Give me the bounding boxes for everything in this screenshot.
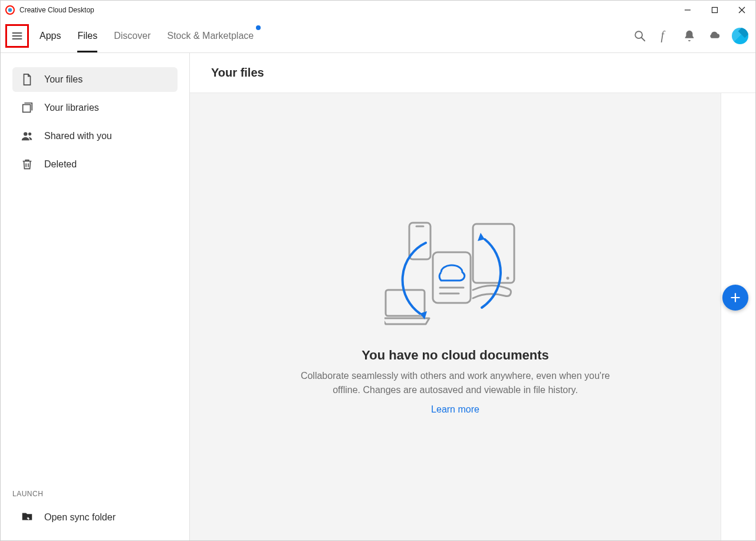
empty-illustration (384, 219, 526, 337)
tab-discover[interactable]: Discover (106, 19, 159, 52)
window-title: Creative Cloud Desktop (19, 6, 94, 14)
fonts-icon[interactable]: f (658, 29, 672, 43)
search-icon[interactable] (633, 29, 647, 43)
notification-dot-icon (256, 25, 261, 30)
cloud-icon[interactable] (707, 29, 721, 43)
tab-label: Discover (114, 31, 150, 41)
add-button[interactable] (722, 285, 748, 311)
tab-files[interactable]: Files (69, 19, 106, 52)
sidebar-item-label: Your libraries (44, 103, 99, 113)
svg-point-1 (8, 8, 12, 12)
svg-text:f: f (661, 29, 666, 42)
sidebar: Your files Your libraries Shared with yo… (1, 53, 189, 540)
bell-icon[interactable] (682, 29, 696, 43)
svg-line-10 (642, 38, 645, 41)
libraries-icon (21, 101, 34, 114)
svg-rect-12 (23, 105, 31, 113)
avatar[interactable] (732, 28, 748, 44)
trash-icon (21, 158, 34, 171)
page-title: Your files (211, 66, 264, 80)
people-icon (21, 130, 34, 143)
close-button[interactable] (728, 1, 755, 19)
empty-title: You have no cloud documents (361, 348, 548, 363)
main-area: Your files (189, 53, 755, 540)
file-icon (21, 73, 34, 86)
open-sync-folder[interactable]: Open sync folder (12, 506, 178, 529)
sidebar-item-label: Your files (44, 74, 83, 85)
maximize-button[interactable] (701, 1, 728, 19)
learn-more-link[interactable]: Learn more (431, 404, 479, 415)
sidebar-item-shared[interactable]: Shared with you (12, 124, 178, 149)
svg-point-16 (507, 276, 510, 279)
svg-point-14 (28, 133, 31, 136)
tab-apps[interactable]: Apps (31, 19, 69, 52)
tab-label: Stock & Marketplace (167, 31, 254, 41)
minimize-button[interactable] (674, 1, 701, 19)
sidebar-item-label: Shared with you (44, 131, 112, 141)
window-controls (674, 1, 755, 19)
sidebar-item-your-libraries[interactable]: Your libraries (12, 95, 178, 120)
tab-label: Files (77, 31, 97, 41)
sync-folder-icon (21, 510, 34, 525)
empty-description: Collaborate seamlessly with others and w… (290, 369, 620, 397)
sidebar-item-your-files[interactable]: Your files (12, 67, 178, 92)
svg-point-13 (24, 132, 27, 136)
sidebar-item-label: Deleted (44, 159, 77, 170)
svg-rect-3 (712, 8, 718, 13)
tab-label: Apps (40, 31, 61, 41)
app-icon (5, 5, 15, 15)
top-nav: Apps Files Discover Stock & Marketplace … (1, 19, 755, 53)
open-sync-folder-label: Open sync folder (44, 512, 116, 523)
tab-stock[interactable]: Stock & Marketplace (159, 19, 262, 52)
launch-section-label: LAUNCH (12, 490, 178, 498)
main-header: Your files (190, 53, 755, 93)
titlebar: Creative Cloud Desktop (1, 1, 755, 19)
sidebar-item-deleted[interactable]: Deleted (12, 152, 178, 177)
main-content: You have no cloud documents Collaborate … (190, 93, 721, 540)
menu-button[interactable] (5, 24, 29, 48)
svg-rect-15 (473, 224, 514, 283)
